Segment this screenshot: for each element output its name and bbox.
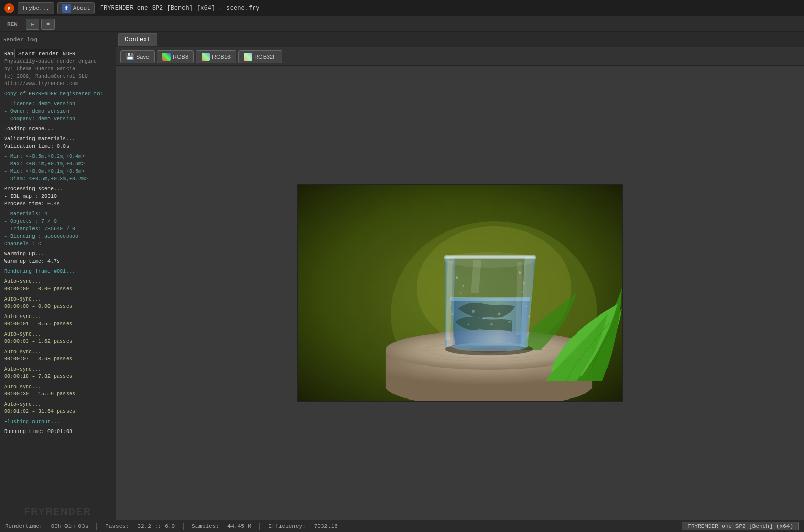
svg-point-41 [526,305,527,307]
render-log-label: Render log [3,37,37,43]
main-container: REN ▶ ■ Start render Render log RandomCo… [0,16,804,532]
right-panel: Context 💾 Save RGB8 RGB16 [116,32,804,520]
efficiency-label: Efficiency: [268,523,306,529]
svg-point-43 [444,252,536,268]
rendertime-label: Rendertime: [5,523,43,529]
rgb8-button[interactable]: RGB8 [157,50,194,63]
fryrend-btn-label: frybe... [22,5,50,11]
app-icon: F [4,3,14,13]
canvas-area [116,66,804,520]
rgb32f-icon [244,53,252,61]
passes-label: Passes: [105,523,129,529]
stop-button[interactable]: ■ [41,19,55,30]
render-canvas [298,185,622,401]
top-toolbar: REN ▶ ■ Start render [0,16,804,32]
render-log: RandomControl FRYRENDERPhysically-based … [0,47,116,505]
svg-point-33 [456,276,458,279]
svg-point-34 [463,285,464,287]
fryrender-button[interactable]: frybe... [18,2,54,14]
context-tab-label: Context [125,36,151,43]
context-tab-bar: Context [116,32,804,47]
svg-point-35 [460,292,462,294]
svg-point-36 [519,271,521,274]
svg-point-39 [450,303,451,305]
save-button[interactable]: 💾 Save [120,50,155,63]
about-button[interactable]: f About [57,2,95,14]
render-image-container [297,184,623,402]
rgb8-icon [162,53,171,61]
svg-point-40 [452,313,454,315]
passes-value: 32.2 :: 6.0 [137,523,175,529]
render-controls: Render log [0,32,116,47]
svg-point-32 [454,345,526,351]
rgb16-icon [202,53,210,61]
status-bar: Rendertime: 00h 01m 03s Passes: 32.2 :: … [0,520,804,532]
save-label: Save [136,54,149,60]
window-title: FRYRENDER one SP2 [Bench] [x64] - scene.… [100,5,260,12]
play-button[interactable]: ▶ [26,19,39,30]
save-icon: 💾 [126,53,134,60]
image-toolbar: 💾 Save RGB8 RGB16 RGB32F [116,47,804,66]
ren-label: REN [3,21,24,27]
status-sep-2 [183,523,184,530]
rgb32f-label: RGB32F [254,54,276,60]
rgb32f-button[interactable]: RGB32F [238,50,282,63]
watermark: FRYRENDER [0,505,116,520]
facebook-icon: f [62,4,71,13]
about-btn-label: About [73,5,90,11]
svg-point-38 [522,291,523,293]
start-render-tooltip: Start render [14,49,62,58]
context-tab[interactable]: Context [118,33,157,46]
svg-point-37 [523,282,525,285]
samples-value: 44.45 M [227,523,251,529]
svg-point-42 [529,315,530,318]
samples-label: Samples: [192,523,219,529]
rendertime-value: 00h 01m 03s [51,523,89,529]
status-sep-1 [96,523,97,530]
titlebar: F frybe... f About FRYRENDER one SP2 [Be… [0,0,804,16]
efficiency-value: 7032.16 [314,523,338,529]
content-area: Render log RandomControl FRYRENDERPhysic… [0,32,804,520]
status-tab-label: FRYRENDER one SP2 [Bench] (x64) [687,523,793,529]
rgb16-label: RGB16 [212,54,231,60]
rgb8-label: RGB8 [173,54,188,60]
left-panel: Render log RandomControl FRYRENDERPhysic… [0,32,116,520]
rgb16-button[interactable]: RGB16 [196,50,236,63]
status-sep-3 [259,523,260,530]
status-tab[interactable]: FRYRENDER one SP2 [Bench] (x64) [682,522,799,530]
